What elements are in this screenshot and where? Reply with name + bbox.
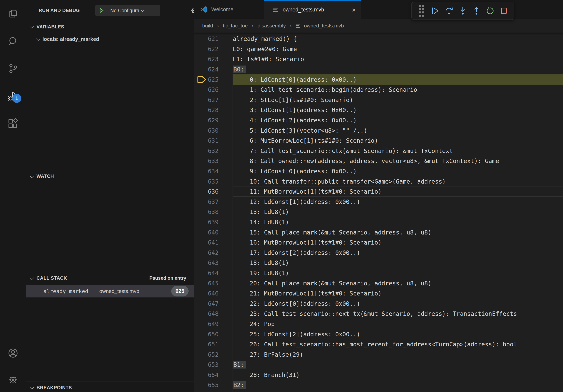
code-line[interactable]: 625 0: LdConst[0](address: 0x00..) [194,74,563,85]
code-line[interactable]: 623 L1: ts#1#0: Scenario [194,54,563,64]
code-line[interactable]: 645 20: Call place_mark(&mut Scenario, a… [194,278,563,288]
code-line[interactable]: 635 10: Call transfer::public_transfer<G… [194,176,563,186]
line-number[interactable]: 623 [194,56,218,63]
code-line[interactable]: 629 4: LdConst[2](address: 0x00..) [194,115,563,126]
line-number[interactable]: 630 [194,127,218,134]
line-number[interactable]: 639 [194,219,218,226]
code-line[interactable]: 636 11: MutBorrowLoc[1](ts#1#0: Scenario… [194,186,563,197]
code-line[interactable]: 647 22: LdConst[0](address: 0x00..) [194,299,563,309]
restart-button[interactable] [485,4,496,18]
code-line[interactable]: 649 24: Pop [194,319,563,329]
line-number[interactable]: 655 [194,381,218,389]
line-number[interactable]: 624 [194,66,218,73]
line-number[interactable]: 642 [194,249,218,256]
code-line[interactable]: 622 L0: game#2#0: Game [194,44,563,54]
code-line[interactable]: 643 18: LdU8(1) [194,258,563,268]
continue-button[interactable] [430,4,441,18]
tab-owned-tests[interactable]: owned_tests.mvb × [264,0,361,19]
line-number[interactable]: 622 [194,46,218,52]
code-line[interactable]: 627 2: StLoc[1](ts#1#0: Scenario) [194,95,563,105]
variables-section-header[interactable]: VARIABLES [26,21,194,33]
run-and-debug-icon[interactable]: 1 [0,85,26,107]
line-number[interactable]: 628 [194,107,218,114]
line-number[interactable]: 651 [194,341,218,348]
code-line[interactable]: 621 already_marked() { [194,34,563,44]
debug-configuration-dropdown[interactable]: No Configura [95,5,160,16]
code-editor[interactable]: 621 already_marked() { 622 L0: game#2#0:… [194,33,563,392]
code-line[interactable]: 644 19: LdU8(1) [194,268,563,278]
code-line[interactable]: 624 B0: [194,64,563,75]
line-number[interactable]: 637 [194,198,218,205]
line-number[interactable]: 629 [194,117,218,124]
start-debug-icon[interactable] [96,5,107,16]
line-number[interactable]: 633 [194,157,218,164]
source-control-icon[interactable] [0,57,26,79]
toolbar-drag-grip[interactable] [416,4,427,18]
code-line[interactable]: 655 B2: [194,380,563,390]
line-number[interactable]: 636 [194,188,218,195]
code-line[interactable]: 651 26: Call test_scenario::has_most_rec… [194,339,563,350]
step-out-button[interactable] [471,4,482,18]
extensions-icon[interactable] [0,113,26,134]
line-number[interactable]: 645 [194,280,218,287]
stop-button[interactable] [499,4,509,18]
breakpoints-section-header[interactable]: BREAKPOINTS [26,382,194,392]
code-line[interactable]: 626 1: Call test_scenario::begin(address… [194,85,563,95]
line-number[interactable]: 654 [194,371,218,378]
code-line[interactable]: 652 27: BrFalse(29) [194,349,563,360]
line-number[interactable]: 634 [194,168,218,175]
code-line[interactable]: 641 16: MutBorrowLoc[1](ts#1#0: Scenario… [194,237,563,248]
line-number[interactable]: 649 [194,321,218,327]
tab-welcome[interactable]: Welcome [194,0,264,19]
code-line[interactable]: 639 14: LdU8(1) [194,217,563,227]
code-line[interactable]: 634 9: LdConst[0](address: 0x00..) [194,166,563,176]
code-line[interactable]: 632 7: Call test_scenario::ctx(&mut Scen… [194,146,563,156]
breadcrumb-item[interactable]: owned_tests.mvb [304,23,344,29]
line-number[interactable]: 643 [194,259,218,266]
call-stack-section-header[interactable]: CALL STACK Paused on entry [26,272,194,284]
code-line[interactable]: 638 13: LdU8(1) [194,207,563,217]
code-line[interactable]: 653 B1: [194,360,563,370]
step-into-button[interactable] [457,4,468,18]
line-number[interactable]: 631 [194,137,218,144]
code-line[interactable]: 640 15: Call place_mark(&mut Scenario, a… [194,227,563,237]
line-number[interactable]: 652 [194,351,218,358]
line-number[interactable]: 648 [194,310,218,317]
search-icon[interactable] [0,30,26,52]
step-over-button[interactable] [444,4,455,18]
line-number[interactable]: 621 [194,35,218,42]
breadcrumb-item[interactable]: tic_tac_toe [223,23,248,29]
code-line[interactable]: 637 12: LdConst[1](address: 0x00..) [194,197,563,207]
code-line[interactable]: 650 25: LdConst[2](address: 0x00..) [194,329,563,339]
line-number[interactable]: 635 [194,178,218,185]
line-number[interactable]: 627 [194,96,218,104]
account-icon[interactable] [0,342,26,364]
line-number[interactable]: 644 [194,270,218,276]
code-line[interactable]: 648 23: Call test_scenario::next_tx(&mut… [194,309,563,319]
code-line[interactable]: 646 21: MutBorrowLoc[1](ts#1#0: Scenario… [194,288,563,299]
code-line[interactable]: 628 3: LdConst[1](address: 0x00..) [194,105,563,115]
watch-section-header[interactable]: WATCH [26,170,194,182]
line-number[interactable]: 641 [194,239,218,246]
breadcrumb-item[interactable]: disassembly [258,23,286,29]
explorer-icon[interactable] [0,3,26,25]
line-number[interactable]: 626 [194,86,218,93]
code-line[interactable]: 642 17: LdConst[2](address: 0x00..) [194,248,563,258]
line-number[interactable]: 638 [194,209,218,215]
code-line[interactable]: 654 28: Branch(31) [194,370,563,380]
line-number[interactable]: 625 [194,76,218,83]
settings-gear-icon[interactable] [0,369,26,391]
line-number[interactable]: 653 [194,361,218,368]
breadcrumb-item[interactable]: build [202,23,213,29]
line-number[interactable]: 650 [194,331,218,338]
variables-locals-item[interactable]: locals: already_marked [26,33,194,45]
code-line[interactable]: 633 8: Call owned::new(address, address,… [194,156,563,166]
code-line[interactable]: 630 5: LdConst[3](vector<u8>: "" /..) [194,125,563,136]
call-stack-frame-row[interactable]: already_marked owned_tests.mvb 625 [26,285,194,298]
line-number[interactable]: 646 [194,290,218,297]
line-number[interactable]: 632 [194,147,218,154]
close-icon[interactable]: × [352,7,356,13]
code-line[interactable]: 631 6: MutBorrowLoc[1](ts#1#0: Scenario) [194,136,563,146]
line-number[interactable]: 647 [194,300,218,307]
line-number[interactable]: 640 [194,229,218,236]
